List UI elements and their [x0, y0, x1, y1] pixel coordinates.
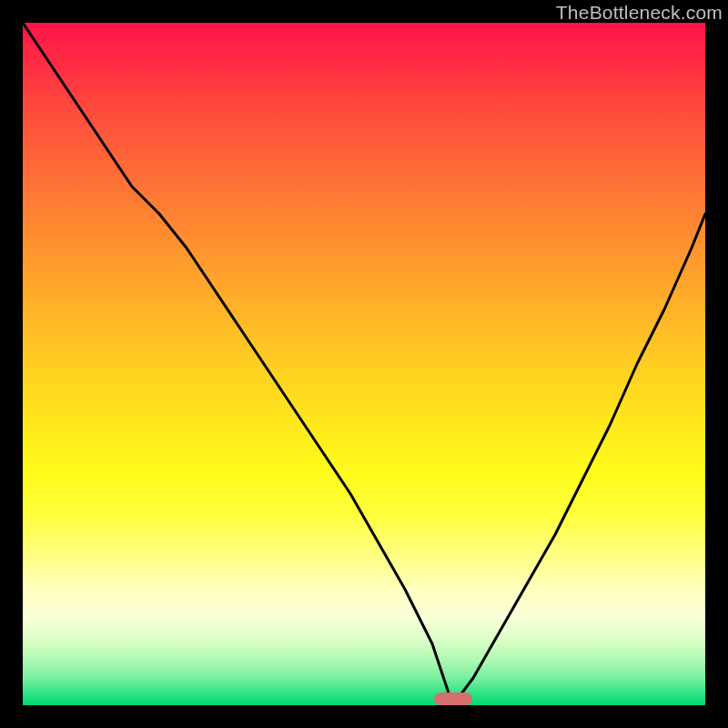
plot-area	[23, 23, 705, 705]
chart-frame: TheBottleneck.com	[0, 0, 728, 728]
curve-path	[23, 23, 705, 705]
watermark-text: TheBottleneck.com	[556, 2, 723, 24]
bottleneck-curve	[23, 23, 705, 705]
optimal-marker	[434, 693, 472, 705]
